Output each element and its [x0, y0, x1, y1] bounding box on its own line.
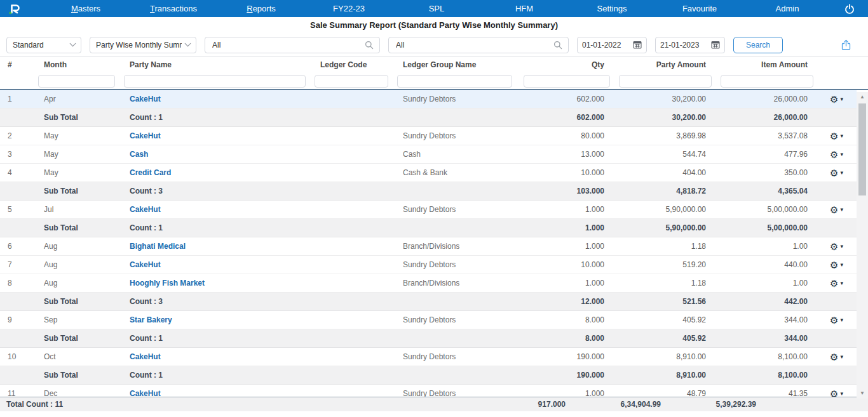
- row-actions-caret-icon[interactable]: ▾: [840, 207, 843, 213]
- row-settings-gear-icon[interactable]: ⚙: [830, 150, 838, 159]
- row-settings-gear-icon[interactable]: ⚙: [830, 242, 838, 251]
- item-amount-cell: 26,000.00: [715, 95, 817, 103]
- column-header-party[interactable]: Party Name: [121, 60, 311, 69]
- vertical-scrollbar[interactable]: ▲ ▼: [857, 92, 868, 399]
- item-amount-cell: 1.00: [715, 279, 817, 288]
- date-to-field[interactable]: 21-01-2023: [655, 37, 725, 53]
- party-name-link[interactable]: Star Bakery: [121, 315, 311, 324]
- column-header-ledger-code[interactable]: Ledger Code: [311, 60, 394, 69]
- ledger-code-filter-input[interactable]: [315, 75, 388, 88]
- table-row[interactable]: 10 Oct CakeHut Sundry Debtors 190.000 8,…: [0, 348, 857, 366]
- party-name-link[interactable]: Cash: [121, 150, 311, 159]
- party-name-link[interactable]: CakeHut: [121, 260, 311, 269]
- ledger-group-filter-input[interactable]: [397, 75, 512, 88]
- table-row[interactable]: 9 Sep Star Bakery Sundry Debtors 8.000 4…: [0, 311, 857, 329]
- report-view-select[interactable]: Party Wise Monthly Summa: [90, 37, 196, 53]
- month-filter-input[interactable]: [38, 75, 115, 88]
- row-actions-caret-icon[interactable]: ▾: [840, 244, 843, 249]
- row-settings-gear-icon[interactable]: ⚙: [830, 205, 838, 215]
- item-amount-cell: 344.00: [715, 315, 817, 324]
- party-search-input[interactable]: [211, 40, 365, 50]
- scroll-up-arrow-icon[interactable]: ▲: [857, 92, 868, 102]
- nav-item-spl[interactable]: SPL: [393, 4, 480, 13]
- nav-item-settings[interactable]: Settings: [568, 4, 656, 13]
- date-from-field[interactable]: 01-01-2022: [577, 37, 647, 53]
- row-settings-gear-icon[interactable]: ⚙: [830, 352, 838, 362]
- column-header-item-amount[interactable]: Item Amount: [715, 60, 817, 69]
- party-name-link[interactable]: CakeHut: [121, 352, 311, 361]
- app-logo[interactable]: [0, 2, 42, 16]
- qty-cell: 1.000: [518, 205, 613, 214]
- row-settings-gear-icon[interactable]: ⚙: [830, 168, 838, 178]
- month-cell: May: [35, 131, 121, 140]
- row-settings-gear-icon[interactable]: ⚙: [830, 131, 838, 141]
- row-settings-gear-icon[interactable]: ⚙: [830, 260, 838, 270]
- subtotal-count: Count : 1: [121, 371, 311, 380]
- qty-cell: 13.000: [518, 150, 613, 159]
- nav-item-reports[interactable]: Reports: [217, 4, 305, 13]
- scrollbar-thumb[interactable]: [858, 103, 866, 195]
- nav-item-transactions[interactable]: Transactions: [130, 4, 217, 13]
- nav-item-fy22-23[interactable]: FY22-23: [305, 4, 393, 13]
- party-name-link[interactable]: CakeHut: [121, 95, 311, 103]
- row-actions-caret-icon[interactable]: ▾: [840, 152, 843, 157]
- party-name-link[interactable]: CakeHut: [121, 205, 311, 214]
- party-amount-cell: 48.79: [613, 389, 715, 397]
- row-actions-caret-icon[interactable]: ▾: [840, 354, 843, 360]
- nav-item-hfm[interactable]: HFM: [480, 4, 568, 13]
- party-name-link[interactable]: CakeHut: [121, 389, 311, 397]
- subtotal-label: Sub Total: [35, 371, 121, 380]
- row-actions-caret-icon[interactable]: ▾: [840, 133, 843, 139]
- party-name-link[interactable]: Bighati Medical: [121, 242, 311, 251]
- column-header-num[interactable]: #: [0, 60, 35, 69]
- qty-cell: 1.000: [518, 389, 613, 397]
- party-name-link[interactable]: Credit Card: [121, 168, 311, 177]
- table-row[interactable]: 7 Aug CakeHut Sundry Debtors 10.000 519.…: [0, 256, 857, 274]
- logout-power-button[interactable]: [831, 4, 868, 14]
- row-actions-caret-icon[interactable]: ▾: [840, 96, 843, 102]
- export-icon: [841, 39, 851, 51]
- row-actions-caret-icon[interactable]: ▾: [840, 170, 843, 176]
- party-search-box: [205, 37, 380, 53]
- table-row[interactable]: 11 Dec CakeHut Sundry Debtors 1.000 48.7…: [0, 385, 857, 397]
- table-row[interactable]: 5 Jul CakeHut Sundry Debtors 1.000 5,90,…: [0, 201, 857, 219]
- item-amount-cell: 350.00: [715, 168, 817, 177]
- nav-item-masters[interactable]: Masters: [42, 4, 130, 13]
- item-amount-filter-input[interactable]: [721, 75, 813, 88]
- party-name-link[interactable]: Hooghly Fish Market: [121, 279, 311, 288]
- table-row[interactable]: 8 Aug Hooghly Fish Market Branch/Divisio…: [0, 274, 857, 293]
- search-button[interactable]: Search: [733, 37, 783, 53]
- column-header-qty[interactable]: Qty: [518, 60, 613, 69]
- table-row[interactable]: 3 May Cash Cash 13.000 544.74 477.96 ⚙ ▾: [0, 145, 857, 164]
- nav-item-favourite[interactable]: Favourite: [656, 4, 743, 13]
- row-actions-caret-icon[interactable]: ▾: [840, 262, 843, 268]
- party-name-link[interactable]: CakeHut: [121, 131, 311, 140]
- table-row[interactable]: 4 May Credit Card Cash & Bank 10.000 404…: [0, 164, 857, 182]
- nav-item-admin[interactable]: Admin: [743, 4, 831, 13]
- calendar-icon: [711, 41, 720, 49]
- column-header-ledger-group[interactable]: Ledger Group Name: [394, 60, 518, 69]
- table-row[interactable]: 6 Aug Bighati Medical Branch/Divisions 1…: [0, 237, 857, 256]
- scroll-down-arrow-icon[interactable]: ▼: [857, 388, 868, 399]
- report-type-select[interactable]: Standard: [6, 37, 81, 53]
- row-settings-gear-icon[interactable]: ⚙: [830, 315, 838, 325]
- export-share-button[interactable]: [841, 39, 851, 51]
- group-search-input[interactable]: [395, 40, 553, 50]
- month-cell: Jul: [35, 205, 121, 214]
- table-row[interactable]: 2 May CakeHut Sundry Debtors 80.000 3,86…: [0, 127, 857, 145]
- qty-filter-input[interactable]: [524, 75, 610, 88]
- row-settings-gear-icon[interactable]: ⚙: [830, 95, 838, 104]
- table-row[interactable]: 1 Apr CakeHut Sundry Debtors 602.000 30,…: [0, 90, 857, 109]
- subtotal-label: Sub Total: [35, 334, 121, 343]
- row-settings-gear-icon[interactable]: ⚙: [830, 279, 838, 288]
- party-name-filter-input[interactable]: [124, 75, 306, 88]
- row-actions-caret-icon[interactable]: ▾: [840, 317, 843, 323]
- ledger-group-cell: Branch/Divisions: [394, 242, 518, 251]
- column-header-month[interactable]: Month: [35, 60, 121, 69]
- row-settings-gear-icon[interactable]: ⚙: [830, 389, 838, 397]
- column-header-party-amount[interactable]: Party Amount: [613, 60, 715, 69]
- row-actions-caret-icon[interactable]: ▾: [840, 281, 843, 286]
- month-cell: Dec: [35, 389, 121, 397]
- party-amount-filter-input[interactable]: [619, 75, 712, 88]
- row-actions-caret-icon[interactable]: ▾: [840, 391, 843, 397]
